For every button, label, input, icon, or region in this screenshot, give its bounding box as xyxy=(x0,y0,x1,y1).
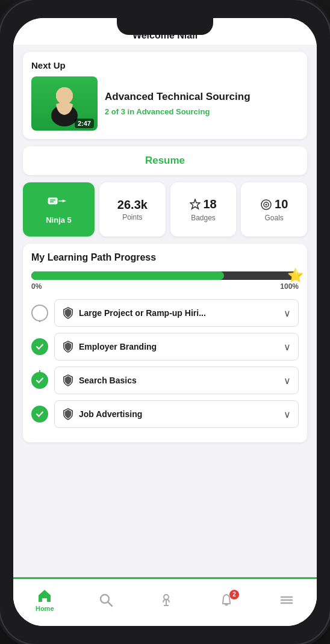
path-item-btn-2[interactable]: Employer Branding ∨ xyxy=(54,333,299,361)
resume-button[interactable]: Resume xyxy=(23,146,307,175)
shield-icon-3 xyxy=(62,374,74,386)
video-duration: 2:47 xyxy=(75,119,94,128)
path-item-label-1: Large Project or Ramp-up Hiri... xyxy=(79,308,206,318)
svg-rect-5 xyxy=(49,201,53,202)
svg-marker-8 xyxy=(190,199,200,209)
path-item-left-1: Large Project or Ramp-up Hiri... xyxy=(62,307,206,319)
points-card[interactable]: 26.3k Points xyxy=(99,182,166,237)
goals-icon-row: 10 xyxy=(260,197,288,212)
chevron-icon-3: ∨ xyxy=(284,375,291,386)
video-thumbnail[interactable]: 2:47 xyxy=(31,76,98,131)
path-item-label-2: Employer Branding xyxy=(79,342,157,351)
ninja-icon xyxy=(47,195,71,213)
badges-icon-row: 18 xyxy=(190,197,216,212)
progress-labels: 0% 100% xyxy=(31,282,299,291)
path-item-left-2: Employer Branding xyxy=(62,341,157,353)
course-title: Advanced Technical Sourcing xyxy=(105,91,299,103)
shield-icon-1 xyxy=(62,307,74,319)
next-up-card: Next Up 2:47 xyxy=(23,52,307,139)
progress-start: 0% xyxy=(31,282,42,291)
course-subtitle: 2 of 3 in Advanced Sourcing xyxy=(105,107,299,116)
path-item-btn-3[interactable]: Search Basics ∨ xyxy=(54,367,299,394)
svg-point-2 xyxy=(56,87,73,104)
check-icon-2 xyxy=(36,342,44,351)
nav-home[interactable]: Home xyxy=(36,588,54,612)
next-up-label: Next Up xyxy=(31,60,299,70)
progress-end: 100% xyxy=(280,282,299,291)
path-dot-4 xyxy=(31,406,48,423)
menu-icon xyxy=(279,592,294,608)
chevron-icon-4: ∨ xyxy=(284,409,291,420)
shield-icon-2 xyxy=(62,341,74,353)
goals-icon xyxy=(260,199,272,211)
path-item-row-2: Employer Branding ∨ xyxy=(31,333,299,361)
bottom-green-line xyxy=(13,577,317,579)
content-scroll: Next Up 2:47 xyxy=(13,45,317,626)
path-item-label-4: Job Advertising xyxy=(79,409,142,419)
badge-icon xyxy=(190,199,201,211)
learning-path-title: My Learning Path Progress xyxy=(31,252,299,263)
learning-path-card: My Learning Path Progress ⭐ 0% 100% xyxy=(23,244,307,442)
nav-search[interactable] xyxy=(98,592,114,608)
path-dot-1 xyxy=(31,305,48,321)
notch xyxy=(117,18,213,35)
progress-bar-container: ⭐ xyxy=(31,271,299,280)
next-up-content: 2:47 Advanced Technical Sourcing 2 of 3 … xyxy=(31,76,299,131)
path-item-row: Large Project or Ramp-up Hiri... ∨ xyxy=(31,299,299,327)
bottom-nav: Home 2 xyxy=(13,579,317,626)
check-icon-4 xyxy=(36,410,44,418)
path-dot-3 xyxy=(31,372,48,389)
goals-label: Goals xyxy=(264,214,283,222)
points-label: Points xyxy=(122,213,142,221)
path-item-left-3: Search Basics xyxy=(62,374,137,386)
points-value: 26.3k xyxy=(117,198,148,212)
svg-rect-3 xyxy=(48,197,57,204)
svg-point-11 xyxy=(266,204,267,206)
tree-icon xyxy=(158,592,174,608)
path-item-label-3: Search Basics xyxy=(79,376,137,385)
home-icon xyxy=(37,588,52,604)
svg-point-14 xyxy=(164,595,169,599)
svg-rect-4 xyxy=(49,199,55,200)
svg-marker-7 xyxy=(62,199,66,202)
path-items: Large Project or Ramp-up Hiri... ∨ xyxy=(31,299,299,428)
chevron-icon-1: ∨ xyxy=(284,308,291,319)
goals-value: 10 xyxy=(275,197,288,211)
nav-tree[interactable] xyxy=(158,592,174,608)
phone-frame: Welcome Niall Next Up xyxy=(0,0,330,644)
resume-label: Resume xyxy=(145,155,185,166)
nav-bell[interactable]: 2 xyxy=(219,592,234,608)
next-up-info: Advanced Technical Sourcing 2 of 3 in Ad… xyxy=(105,91,299,116)
badges-value: 18 xyxy=(203,197,216,211)
search-icon xyxy=(98,592,114,608)
path-item-row-3: Search Basics ∨ xyxy=(31,367,299,394)
bell-badge: 2 xyxy=(229,590,239,599)
ninja-label: Ninja 5 xyxy=(46,215,72,224)
path-item-left-4: Job Advertising xyxy=(62,408,142,420)
check-icon-3 xyxy=(36,376,44,385)
path-item-btn-1[interactable]: Large Project or Ramp-up Hiri... ∨ xyxy=(54,299,299,327)
badges-label: Badges xyxy=(191,214,216,222)
ninja-card[interactable]: Ninja 5 xyxy=(23,182,95,237)
nav-home-label: Home xyxy=(36,605,54,612)
goals-card[interactable]: 10 Goals xyxy=(241,182,307,237)
progress-bar-fill xyxy=(31,271,224,280)
chevron-icon-2: ∨ xyxy=(284,341,291,353)
path-item-btn-4[interactable]: Job Advertising ∨ xyxy=(54,400,299,428)
badges-card[interactable]: 18 Badges xyxy=(170,182,237,237)
stats-row: Ninja 5 26.3k Points 18 Badges xyxy=(23,182,307,237)
svg-line-13 xyxy=(108,602,113,606)
progress-bar-bg xyxy=(31,271,299,280)
path-dot-2 xyxy=(31,338,48,355)
phone-screen: Welcome Niall Next Up xyxy=(13,18,317,626)
path-item-row-4: Job Advertising ∨ xyxy=(31,400,299,428)
nav-menu[interactable] xyxy=(279,592,294,608)
shield-icon-4 xyxy=(62,408,74,420)
progress-star-icon: ⭐ xyxy=(287,268,304,283)
